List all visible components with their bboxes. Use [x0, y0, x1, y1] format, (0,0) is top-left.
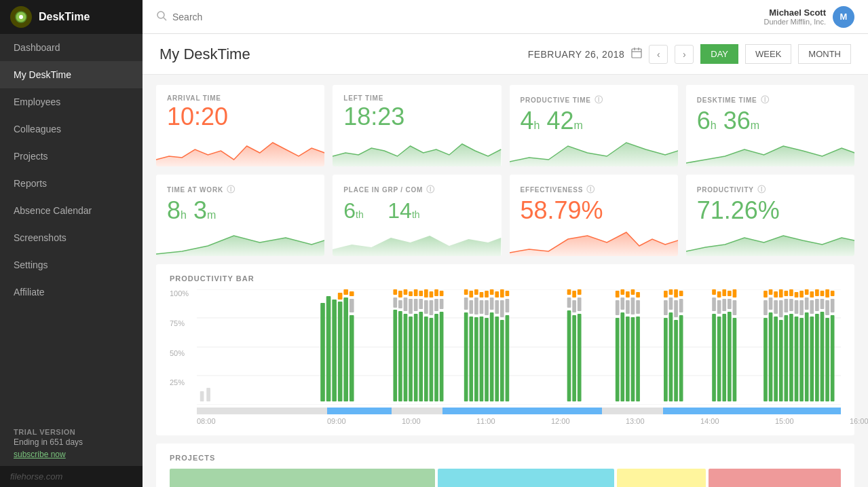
- place-in-group-value: 6th 14th: [343, 200, 490, 221]
- svg-rect-86: [572, 300, 576, 312]
- search-input[interactable]: [172, 12, 308, 22]
- place-in-group-chart: [333, 226, 501, 256]
- svg-rect-153: [795, 317, 799, 401]
- sidebar-item-absence-calendar[interactable]: Absence Calendar: [0, 197, 143, 224]
- productivity-value: 71.26%: [697, 198, 844, 223]
- productivity-bar-section: PRODUCTIVITY BAR 100% 75% 50% 25%: [156, 264, 854, 435]
- svg-rect-93: [616, 318, 620, 401]
- sidebar-item-reports[interactable]: Reports: [0, 170, 143, 197]
- svg-rect-126: [722, 314, 726, 401]
- svg-rect-121: [717, 291, 721, 297]
- svg-rect-145: [784, 291, 788, 296]
- svg-rect-118: [712, 289, 716, 295]
- time-at-work-label: TIME AT WORK ⓘ: [167, 184, 314, 196]
- arrival-time-chart: [156, 136, 324, 166]
- main-content: Michael Scott Dunder Mifflin, Inc. M My …: [143, 0, 868, 487]
- page-title: My DeskTime: [159, 46, 250, 63]
- svg-rect-95: [620, 297, 624, 310]
- productivity-info-icon[interactable]: ⓘ: [757, 184, 766, 196]
- svg-rect-154: [799, 291, 804, 297]
- time-at-work-info-icon[interactable]: ⓘ: [227, 184, 235, 196]
- effectiveness-info-icon[interactable]: ⓘ: [586, 184, 595, 196]
- svg-rect-117: [679, 315, 683, 401]
- subscribe-link[interactable]: subscribe now: [14, 450, 129, 459]
- svg-rect-64: [480, 292, 484, 297]
- productivity-card: PRODUCTIVITY ⓘ 71.26%: [686, 175, 854, 256]
- svg-rect-14: [206, 388, 210, 401]
- svg-rect-59: [469, 300, 473, 314]
- user-info: Michael Scott Dunder Mifflin, Inc.: [763, 7, 826, 26]
- prev-date-button[interactable]: ‹: [649, 45, 668, 64]
- svg-rect-55: [464, 289, 468, 295]
- desktime-time-value: 6h 36m: [697, 109, 844, 133]
- sidebar-item-settings[interactable]: Settings: [0, 251, 143, 278]
- svg-rect-147: [784, 315, 788, 401]
- svg-rect-40: [419, 291, 423, 296]
- svg-rect-80: [506, 299, 510, 312]
- sidebar-item-projects[interactable]: Projects: [0, 143, 143, 170]
- day-button[interactable]: DAY: [700, 44, 738, 64]
- svg-rect-131: [733, 300, 737, 315]
- svg-rect-31: [404, 289, 408, 295]
- svg-rect-88: [578, 289, 582, 295]
- activity-indicator-row: [197, 408, 841, 414]
- svg-rect-49: [434, 289, 438, 296]
- svg-rect-132: [733, 318, 737, 401]
- productive-time-info-icon[interactable]: ⓘ: [595, 94, 603, 106]
- effectiveness-chart: [510, 226, 678, 256]
- svg-rect-13: [200, 391, 204, 401]
- productive-time-value: 4h 42m: [521, 109, 667, 133]
- svg-rect-54: [440, 312, 444, 401]
- sidebar-item-screenshots[interactable]: Screenshots: [0, 224, 143, 251]
- productivity-label: PRODUCTIVITY ⓘ: [697, 184, 844, 196]
- trial-section: TRIAL VERSION Ending in 651 days subscri…: [0, 418, 143, 466]
- svg-rect-162: [810, 317, 814, 401]
- user-avatar: M: [833, 6, 854, 28]
- time-at-work-value: 8h 3m: [167, 198, 314, 223]
- svg-rect-167: [820, 299, 825, 309]
- svg-rect-71: [490, 297, 494, 310]
- calendar-icon[interactable]: [631, 48, 642, 61]
- svg-rect-50: [434, 299, 438, 311]
- svg-rect-72: [490, 312, 494, 401]
- svg-rect-113: [674, 300, 678, 317]
- next-date-button[interactable]: ›: [675, 45, 694, 64]
- logo-icon: [10, 6, 32, 28]
- svg-rect-146: [784, 299, 788, 312]
- projects-title: PROJECTS: [170, 454, 841, 462]
- time-at-work-chart: [156, 226, 324, 256]
- svg-rect-119: [712, 297, 716, 311]
- logo-area: DeskTime: [0, 0, 143, 34]
- stats-row-1: ARRIVAL TIME 10:20 LEFT TIME 18:23: [156, 85, 854, 166]
- svg-rect-140: [774, 300, 778, 314]
- month-button[interactable]: MONTH: [798, 44, 851, 64]
- sidebar-item-affiliate[interactable]: Affiliate: [0, 278, 143, 306]
- svg-rect-107: [664, 300, 668, 315]
- left-time-value: 18:23: [343, 105, 490, 129]
- svg-rect-46: [430, 291, 434, 297]
- sidebar-item-employees[interactable]: Employees: [0, 88, 143, 115]
- svg-rect-122: [717, 300, 721, 314]
- productive-time-card: PRODUCTIVE TIME ⓘ 4h 42m: [510, 85, 678, 166]
- sidebar-item-my-desktime[interactable]: My DeskTime: [0, 61, 143, 88]
- place-in-group-info-icon[interactable]: ⓘ: [426, 184, 435, 196]
- sidebar-item-dashboard[interactable]: Dashboard: [0, 34, 143, 61]
- svg-rect-36: [409, 317, 413, 401]
- svg-rect-57: [464, 312, 468, 401]
- productivity-bar-chart: [197, 289, 841, 405]
- svg-rect-94: [620, 289, 624, 295]
- svg-rect-89: [578, 297, 582, 311]
- svg-rect-24: [350, 315, 354, 401]
- svg-rect-87: [572, 315, 576, 401]
- week-button[interactable]: WEEK: [745, 44, 791, 64]
- svg-rect-103: [636, 292, 640, 297]
- desktime-time-info-icon[interactable]: ⓘ: [761, 94, 770, 106]
- svg-rect-161: [810, 300, 814, 314]
- y-axis-labels: 100% 75% 50% 25%: [170, 289, 193, 408]
- sidebar-item-colleagues[interactable]: Colleagues: [0, 115, 143, 143]
- svg-rect-92: [616, 300, 620, 315]
- svg-rect-138: [769, 312, 773, 401]
- svg-rect-97: [626, 291, 630, 297]
- svg-rect-84: [567, 310, 571, 401]
- desktime-time-chart: [686, 136, 854, 166]
